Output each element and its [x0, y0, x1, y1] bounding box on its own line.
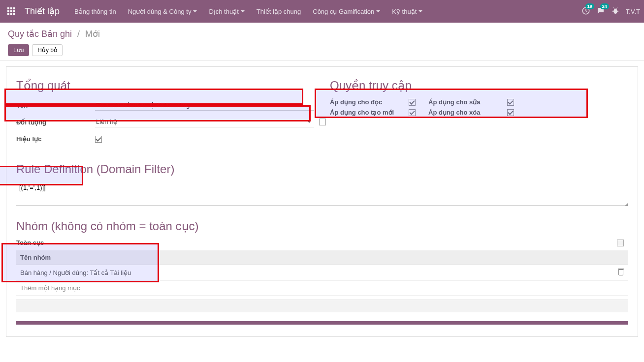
discard-button[interactable]: Hủy bỏ [32, 44, 63, 56]
perm-delete-checkbox[interactable] [507, 109, 514, 116]
nav-item[interactable]: Người dùng & Công ty [123, 5, 202, 18]
name-input[interactable] [95, 100, 314, 111]
perm-read-label: Áp dụng cho đọc [330, 98, 409, 106]
nav-item[interactable]: Bảng thông tin [69, 5, 121, 18]
groups-header: Tên nhóm [16, 250, 614, 265]
resize-handle-icon[interactable] [625, 203, 628, 206]
active-checkbox[interactable] [95, 136, 102, 143]
nav-menu: Bảng thông tinNgười dùng & Công ty Dịch … [69, 5, 427, 18]
global-label: Toàn cục [16, 239, 44, 246]
nav-item[interactable]: Kỹ thuật [387, 5, 427, 18]
active-label: Hiệu lực [16, 135, 95, 143]
chevron-down-icon [419, 10, 422, 12]
breadcrumb-current: Mới [85, 29, 100, 39]
domain-textarea[interactable] [16, 205, 628, 206]
bug-icon [611, 6, 620, 15]
chevron-down-icon [193, 10, 197, 12]
object-value: Liên hệ [96, 118, 117, 125]
chevron-down-icon [307, 121, 311, 123]
app-title: Thiết lập [25, 6, 60, 17]
add-line[interactable]: Thêm một hạng mục [16, 281, 628, 296]
breadcrumb-root[interactable]: Quy tắc Bản ghi [8, 29, 72, 39]
global-checkbox[interactable] [617, 240, 624, 246]
control-panel: Quy tắc Bản ghi / Mới Lưu Hủy bỏ [0, 23, 644, 60]
perm-write-checkbox[interactable] [507, 99, 514, 106]
chevron-down-icon [241, 10, 245, 12]
groups-table: Tên nhóm Bán hàng / Người dùng: Tất cả T… [16, 250, 628, 296]
section-groups: Nhóm (không có nhóm = toàn cục) [16, 219, 628, 233]
form-sheet: Tổng quát Tên Đối tượng Liên hệ Hi [6, 66, 638, 337]
messages-badge: 24 [600, 3, 609, 9]
user-menu[interactable]: T.V.T [626, 8, 640, 15]
section-rule-def: Rule Definition (Domain Filter) [16, 162, 628, 176]
perm-create-checkbox[interactable] [409, 109, 416, 116]
apps-button[interactable] [4, 4, 19, 19]
activity-button[interactable]: 19 [581, 6, 590, 17]
perm-write-label: Áp dụng cho sửa [428, 98, 507, 106]
section-access: Quyền truy cập [330, 79, 628, 92]
breadcrumb: Quy tắc Bản ghi / Mới [8, 29, 636, 39]
table-footer-blank [16, 300, 628, 312]
section-general: Tổng quát [16, 79, 314, 92]
bottom-stripe [16, 321, 628, 325]
external-link-icon[interactable] [319, 119, 326, 125]
debug-button[interactable] [611, 6, 620, 17]
domain-input[interactable] [16, 182, 80, 193]
nav-item[interactable]: Dịch thuật [204, 5, 249, 18]
trash-icon[interactable] [618, 269, 624, 275]
activity-badge: 19 [585, 3, 594, 9]
table-row[interactable]: Bán hàng / Người dùng: Tất cả Tài liệu [16, 265, 628, 281]
apps-grid-icon [7, 7, 15, 15]
nav-item[interactable]: Công cụ Gamification [308, 5, 385, 18]
perm-delete-label: Áp dụng cho xóa [428, 109, 507, 116]
navbar: Thiết lập Bảng thông tinNgười dùng & Côn… [0, 0, 644, 23]
svg-point-1 [613, 8, 617, 14]
group-name-cell: Bán hàng / Người dùng: Tất cả Tài liệu [16, 265, 614, 281]
object-label: Đối tượng [16, 119, 95, 126]
messages-button[interactable]: 24 [596, 6, 605, 17]
perm-create-label: Áp dụng cho tạo mới [330, 109, 409, 116]
name-label: Tên [16, 102, 95, 109]
save-button[interactable]: Lưu [8, 44, 29, 56]
nav-item[interactable]: Thiết lập chung [252, 5, 306, 18]
perm-read-checkbox[interactable] [409, 99, 416, 106]
object-select[interactable]: Liên hệ [95, 117, 314, 127]
chevron-down-icon [376, 10, 380, 12]
